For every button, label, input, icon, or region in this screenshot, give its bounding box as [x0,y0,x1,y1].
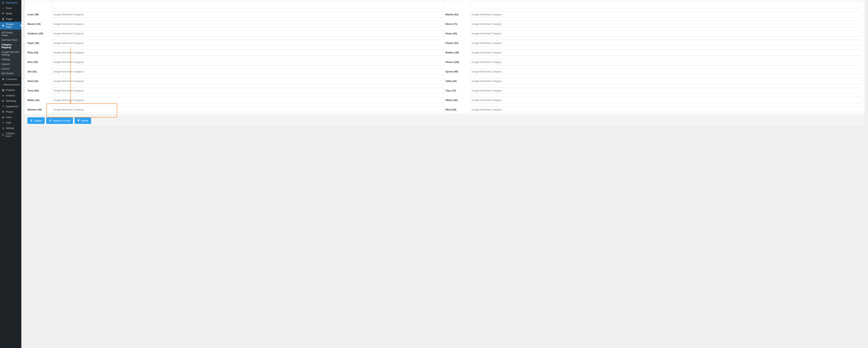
delete-button[interactable]: Delete [74,117,91,124]
category-input[interactable] [52,97,444,103]
category-label: Wool (62) [445,108,470,111]
category-rows: Linen (48)Marble (53)Movies (76)Music (7… [25,0,865,115]
sidebar-item-settings[interactable]: Settings [0,125,21,131]
products-icon [2,89,5,92]
category-label: Wallet (44) [27,99,52,101]
category-input[interactable] [52,21,444,27]
category-input[interactable] [52,49,444,56]
sidebar-item-products[interactable]: Products [0,87,21,93]
submenu-settings[interactable]: Settings [0,57,21,62]
edit-icon [30,119,33,122]
sidebar-item-dashboard[interactable]: Dashboard [0,0,21,5]
dashboard-icon [2,1,5,4]
sidebar-label: Product Feed [6,23,20,28]
category-row: Rubber (38) [445,48,863,57]
sidebar-label: Posts [6,7,12,9]
category-label: Plate (34) [27,51,52,54]
cart-icon [2,24,5,27]
category-input[interactable] [52,68,444,75]
category-label: Watch (36) [445,99,470,101]
update-button[interactable]: Update [27,117,45,124]
megaphone-icon [2,99,5,102]
sidebar-item-comments[interactable]: Comments [0,76,21,82]
sidebar-label: Dashboard [6,1,17,4]
woocommerce-icon [2,83,2,86]
sidebar-item-woocommerce[interactable]: WooCommerce [0,82,21,87]
category-row: Movies (76) [27,19,445,29]
category-input[interactable] [52,106,444,113]
category-row: Marble (53) [445,10,863,19]
submenu-support[interactable]: Support [0,62,21,66]
category-input[interactable] [470,21,862,27]
category-input[interactable] [470,106,862,113]
category-input[interactable] [470,30,862,37]
comment-icon [2,78,5,81]
category-input[interactable] [470,78,862,84]
category-input[interactable] [470,11,862,18]
sidebar-label: Comments [6,78,17,81]
sidebar-collapse[interactable]: Collapse menu [0,131,21,139]
svg-point-1 [2,134,4,136]
sidebar-item-appearance[interactable]: Appearance [0,104,21,109]
category-input[interactable] [52,2,444,8]
category-row: Wallet (44) [27,95,445,105]
category-input[interactable] [52,40,444,46]
trash-icon [77,119,80,122]
category-input[interactable] [470,59,862,65]
category-input[interactable] [52,59,444,65]
category-mapping-panel: Linen (48)Marble (53)Movies (76)Music (7… [25,0,865,127]
sidebar-label: WooCommerce [4,83,20,86]
sidebar-item-media[interactable]: Media [0,11,21,16]
category-label: Toys (73) [445,89,470,92]
submenu-google-merchant-settings[interactable]: Google Merchant Settings [0,50,21,57]
sidebar-label: Marketing [6,100,16,102]
sidebar-label: Users [6,116,12,119]
category-input[interactable] [52,78,444,84]
button-label: Delete [81,119,88,122]
category-label: Pants (43) [445,32,470,35]
category-label: Outdoors (65) [27,32,52,35]
sidebar-item-product-feed[interactable]: Product Feed [0,22,21,30]
category-label: Paper (40) [27,42,52,44]
user-icon [2,116,5,119]
settings-icon [2,127,5,130]
sidebar-item-users[interactable]: Users [0,115,21,120]
category-row: Watch (36) [445,95,863,105]
sidebar-item-plugins[interactable]: Plugins [0,109,21,115]
category-label: Silk (42) [27,70,52,73]
category-input[interactable] [52,11,444,18]
category-input[interactable] [470,40,862,46]
submenu-all-feeds[interactable]: All Product Feeds [0,30,21,38]
category-row: Steel (42) [27,76,445,86]
category-input[interactable] [470,68,862,75]
category-input[interactable] [470,97,862,103]
category-label: Steel (42) [27,80,52,83]
pin-icon [2,7,5,10]
category-input[interactable] [470,2,862,8]
sidebar-item-analytics[interactable]: Analytics [0,93,21,98]
category-input[interactable] [470,49,862,56]
category-row: Sports (85) [445,67,863,76]
sidebar-item-pages[interactable]: Pages [0,16,21,22]
submenu-license[interactable]: License [0,66,21,71]
submenu-get-started[interactable]: Get Started [0,71,21,76]
category-input[interactable] [52,30,444,37]
sidebar-label: Appearance [6,105,19,108]
category-input[interactable] [470,87,862,94]
sidebar-item-posts[interactable]: Posts [0,5,21,11]
category-label: Music (71) [445,23,470,26]
category-label: Shoes (126) [445,61,470,63]
category-row: Wooden (52) [27,105,445,115]
page-icon [2,18,5,21]
update-close-button[interactable]: Update & Close [46,117,73,124]
category-input[interactable] [52,87,444,94]
sidebar-item-tools[interactable]: Tools [0,120,21,125]
submenu-add-new-feed[interactable]: Add New Feed [0,38,21,42]
sidebar-label: Plugins [6,110,13,113]
sidebar-item-marketing[interactable]: Marketing [0,98,21,104]
category-label: Shirt (36) [27,61,52,63]
category-label: Linen (48) [27,13,52,16]
category-label: Marble (53) [445,13,470,16]
brush-icon [2,105,5,108]
submenu-category-mapping[interactable]: Category Mapping [0,42,21,50]
